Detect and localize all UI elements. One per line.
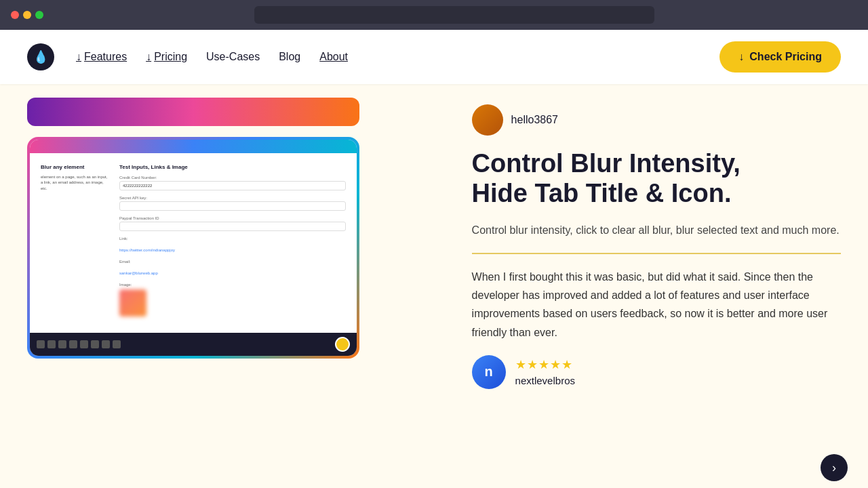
nav-blog[interactable]: Blog	[279, 51, 300, 63]
next-arrow-icon: ›	[832, 461, 836, 475]
close-button[interactable]	[11, 11, 19, 19]
reviewer-avatar: n	[472, 355, 506, 389]
star-rating: ★★★★★	[515, 357, 575, 372]
nav-links: ↓ Features ↓ Pricing Use-Cases Blog Abou…	[76, 51, 348, 63]
nav-left: 💧 ↓ Features ↓ Pricing Use-Cases Blog	[27, 43, 348, 70]
toolbar-icons	[37, 340, 121, 348]
api-key-input	[119, 201, 346, 211]
minimize-button[interactable]	[23, 11, 31, 19]
link-label: Link:	[119, 237, 346, 241]
test-inputs-title: Test Inputs, Links & Image	[119, 164, 346, 170]
email-value: sankar@blurweb.app	[119, 271, 158, 275]
section-heading: Control Blur Intensity, Hide Tab Title &…	[472, 149, 841, 208]
card-content: Blur any element element on a page, such…	[30, 153, 357, 333]
api-key-label: Secret API key:	[119, 196, 346, 200]
toolbar-circle-icon	[335, 337, 350, 352]
page: 💧 ↓ Features ↓ Pricing Use-Cases Blog	[0, 30, 868, 488]
toolbar-icon-1	[37, 340, 45, 348]
right-panel: hello3867 Control Blur Intensity, Hide T…	[452, 84, 868, 488]
feature-card-inner: Blur any element element on a page, such…	[30, 140, 357, 356]
link-value: https://twitter.com/indianappjoy	[119, 248, 175, 252]
logo[interactable]: 💧	[27, 43, 54, 70]
top-reviewer-row: hello3867	[472, 104, 841, 136]
browser-chrome	[0, 0, 868, 30]
navbar: 💧 ↓ Features ↓ Pricing Use-Cases Blog	[0, 30, 868, 84]
blurred-image	[119, 289, 146, 317]
credit-card-field: Credit Card Number: 4222222222222	[119, 176, 346, 190]
blur-element-title: Blur any element	[41, 164, 108, 170]
paypal-field: Paypal Transaction ID	[119, 216, 346, 231]
toolbar-icon-4	[69, 340, 77, 348]
toolbar-icon-8	[113, 340, 121, 348]
top-reviewer-name: hello3867	[511, 114, 558, 126]
reviewer-initials: n	[484, 364, 492, 380]
link-field: Link: https://twitter.com/indianappjoy	[119, 237, 346, 254]
toolbar-icon-2	[47, 340, 56, 348]
review-text: When I first bought this it was basic, b…	[472, 268, 841, 342]
credit-card-input: 4222222222222	[119, 181, 346, 190]
maximize-button[interactable]	[35, 11, 43, 19]
logo-icon: 💧	[33, 49, 48, 64]
top-reviewer-avatar	[472, 104, 503, 136]
card-left-column: Blur any element element on a page, such…	[41, 164, 108, 322]
image-label: Image:	[119, 283, 346, 287]
features-arrow-icon: ↓	[76, 51, 81, 63]
traffic-lights	[11, 11, 43, 19]
toolbar-icon-6	[91, 340, 99, 348]
cta-arrow-icon: ↓	[738, 51, 744, 63]
pricing-arrow-icon: ↓	[146, 51, 151, 63]
toolbar-icon-5	[80, 340, 88, 348]
email-field: Email: sankar@blurweb.app	[119, 260, 346, 277]
check-pricing-button[interactable]: ↓ Check Pricing	[719, 41, 841, 73]
card-top-gradient	[30, 140, 357, 153]
top-card-partial	[27, 98, 359, 126]
left-panel: Blur any element element on a page, such…	[0, 84, 452, 488]
reviewer-row: n ★★★★★ nextlevelbros	[472, 355, 841, 389]
content: Blur any element element on a page, such…	[0, 84, 868, 488]
image-field: Image:	[119, 283, 346, 317]
card-right-column: Test Inputs, Links & Image Credit Card N…	[119, 164, 346, 322]
feature-card: Blur any element element on a page, such…	[27, 137, 359, 359]
nav-about[interactable]: About	[319, 51, 348, 63]
reviewer-name: nextlevelbros	[515, 375, 575, 386]
divider-line	[472, 253, 841, 254]
toolbar-icon-3	[58, 340, 66, 348]
paypal-input	[119, 222, 346, 231]
toolbar-bar	[30, 333, 357, 356]
email-label: Email:	[119, 260, 346, 264]
address-bar[interactable]	[254, 6, 654, 24]
toolbar-icon-7	[102, 340, 110, 348]
reviewer-info: ★★★★★ nextlevelbros	[515, 357, 575, 386]
api-key-field: Secret API key:	[119, 196, 346, 211]
blur-element-desc: element on a page, such as an input, a l…	[41, 174, 108, 191]
nav-features[interactable]: ↓ Features	[76, 51, 127, 63]
section-description: Control blur intensity, click to clear a…	[472, 222, 841, 239]
nav-pricing[interactable]: ↓ Pricing	[146, 51, 187, 63]
nav-use-cases[interactable]: Use-Cases	[206, 51, 260, 63]
next-button[interactable]: ›	[821, 454, 848, 481]
paypal-label: Paypal Transaction ID	[119, 216, 346, 220]
credit-card-label: Credit Card Number:	[119, 176, 346, 180]
